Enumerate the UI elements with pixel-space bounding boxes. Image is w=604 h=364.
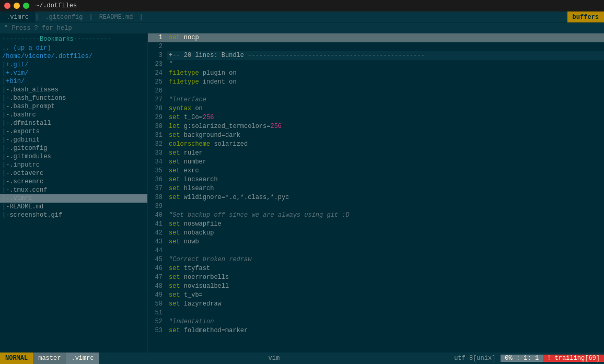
- code-line-24: 24 filetype plugin on: [148, 69, 604, 78]
- help-text: " Press ? for help: [4, 25, 72, 32]
- editor-content: 1 set nocp 2 3 +-- 20 lines: Bundle ----…: [148, 33, 604, 353]
- code-line-40: 40 "Set backup off since we are always u…: [148, 211, 604, 220]
- code-line-31: 31 set background=dark: [148, 131, 604, 140]
- sidebar-item-bash-prompt[interactable]: |-.bash_prompt: [0, 102, 147, 111]
- code-line-1: 1 set nocp: [148, 33, 604, 42]
- minimize-btn[interactable]: [14, 3, 20, 9]
- sidebar-item-vim[interactable]: |+.vim/: [0, 69, 147, 77]
- sidebar-item-up[interactable]: .. (up a dir): [0, 44, 147, 52]
- code-line-29: 29 set t_Co=256: [148, 113, 604, 122]
- sidebar-item-gitconfig[interactable]: |-.gitconfig: [0, 144, 147, 152]
- status-filetype: vim: [269, 355, 280, 362]
- code-line-32: 32 colorscheme solarized: [148, 140, 604, 149]
- code-line-33: 33 set ruler: [148, 149, 604, 158]
- code-line-42: 42 set nobackup: [148, 229, 604, 238]
- status-right: utf-8[unix] 0% : 1 : 1 ! trailing[69]: [449, 355, 604, 362]
- status-mid: vim: [99, 355, 449, 362]
- tab-separator-1: |: [35, 14, 39, 21]
- code-line-46: 46 set ttyfast: [148, 264, 604, 273]
- status-branch: master: [33, 353, 66, 364]
- code-line-50: 50 set lazyredraw: [148, 300, 604, 309]
- sidebar-item-gdbinit[interactable]: |-.gdbinit: [0, 136, 147, 144]
- sidebar-item-readme[interactable]: |-README.md: [0, 203, 147, 211]
- code-line-34: 34 set number: [148, 158, 604, 167]
- status-trailing: ! trailing[69]: [543, 355, 604, 362]
- code-line-30: 30 let g:solarized_termcolors=256: [148, 122, 604, 131]
- code-line-51: 51: [148, 309, 604, 318]
- sidebar-item-bash-functions[interactable]: |-.bash_functions: [0, 94, 147, 102]
- code-line-47: 47 set noerrorbells: [148, 273, 604, 282]
- sidebar-item-bash-aliases[interactable]: |-.bash_aliases: [0, 86, 147, 94]
- maximize-btn[interactable]: [23, 3, 29, 9]
- code-line-44: 44: [148, 246, 604, 255]
- statusbar: NORMAL master .vimrc vim utf-8[unix] 0% …: [0, 353, 604, 364]
- sidebar-item-octaverc[interactable]: |-.octaverc: [0, 169, 147, 178]
- code-line-27: 27 "Interface: [148, 96, 604, 104]
- code-line-28: 28 syntax on: [148, 104, 604, 113]
- sidebar-item-bin[interactable]: |+bin/: [0, 77, 147, 86]
- sidebar-item-vimrc[interactable]: |-.vimrc: [0, 194, 147, 203]
- tab-separator-3: |: [139, 14, 143, 21]
- tab-separator-2: |: [89, 14, 92, 21]
- code-line-26: 26: [148, 87, 604, 96]
- sidebar-item-tmux[interactable]: |-.tmux.conf: [0, 186, 147, 194]
- sidebar-item-screenrc[interactable]: |-.screenrc: [0, 178, 147, 186]
- close-btn[interactable]: [4, 3, 10, 9]
- tab-readme[interactable]: README.md: [93, 11, 140, 22]
- code-line-25: 25 filetype indent on: [148, 78, 604, 87]
- main-content: ----------Bookmarks---------- .. (up a d…: [0, 33, 604, 353]
- tabbar: .vimrc | .gitconfig | README.md | buffer…: [0, 11, 604, 23]
- sidebar: ----------Bookmarks---------- .. (up a d…: [0, 33, 148, 353]
- sidebar-item-inputrc[interactable]: |-.inputrc: [0, 161, 147, 169]
- sidebar-item-dfminstall[interactable]: |-.dfminstall: [0, 119, 147, 127]
- code-line-45: 45 "Correct broken redraw: [148, 255, 604, 264]
- sidebar-item-gitmodules[interactable]: |-.gitmodules: [0, 152, 147, 161]
- buffers-button[interactable]: buffers: [567, 11, 604, 22]
- sidebar-item-screenshot[interactable]: |-screenshot.gif: [0, 211, 147, 219]
- code-line-3: 3 +-- 20 lines: Bundle -----------------…: [148, 51, 604, 60]
- tab-gitconfig[interactable]: .gitconfig: [39, 11, 89, 22]
- code-line-48: 48 set novisualbell: [148, 282, 604, 291]
- status-mode: NORMAL: [0, 353, 33, 364]
- status-percent: 0% : 1 : 1: [501, 355, 543, 362]
- window-title: ~/.dotfiles: [36, 2, 77, 9]
- editor-area[interactable]: 1 set nocp 2 3 +-- 20 lines: Bundle ----…: [148, 33, 604, 353]
- sidebar-item-git[interactable]: |+.git/: [0, 61, 147, 69]
- sidebar-item-dotfiles[interactable]: /home/vicente/.dotfiles/: [0, 52, 147, 61]
- code-line-2: 2: [148, 42, 604, 51]
- status-encoding: utf-8[unix]: [449, 355, 501, 362]
- code-line-43: 43 set nowb: [148, 238, 604, 246]
- code-line-52: 52 "Indentation: [148, 318, 604, 326]
- code-line-35: 35 set exrc: [148, 167, 604, 175]
- code-line-53: 53 set foldmethod=marker: [148, 326, 604, 335]
- code-line-23: 23 ": [148, 60, 604, 69]
- tab-vimrc[interactable]: .vimrc: [0, 11, 35, 22]
- code-line-41: 41 set noswapfile: [148, 220, 604, 229]
- help-line: " Press ? for help: [0, 23, 604, 33]
- sidebar-item-bashrc[interactable]: |-.bashrc: [0, 111, 147, 119]
- code-line-39: 39: [148, 202, 604, 211]
- code-line-36: 36 set incsearch: [148, 175, 604, 184]
- code-line-49: 49 set t_vb=: [148, 291, 604, 300]
- code-line-37: 37 set hlsearch: [148, 184, 604, 193]
- bookmarks-section: ----------Bookmarks----------: [0, 34, 147, 44]
- status-filename: .vimrc: [66, 353, 99, 364]
- titlebar: ~/.dotfiles: [0, 0, 604, 11]
- code-line-38: 38 set wildignore=*.o,*.class,*.pyc: [148, 193, 604, 202]
- sidebar-item-exports[interactable]: |-.exports: [0, 127, 147, 136]
